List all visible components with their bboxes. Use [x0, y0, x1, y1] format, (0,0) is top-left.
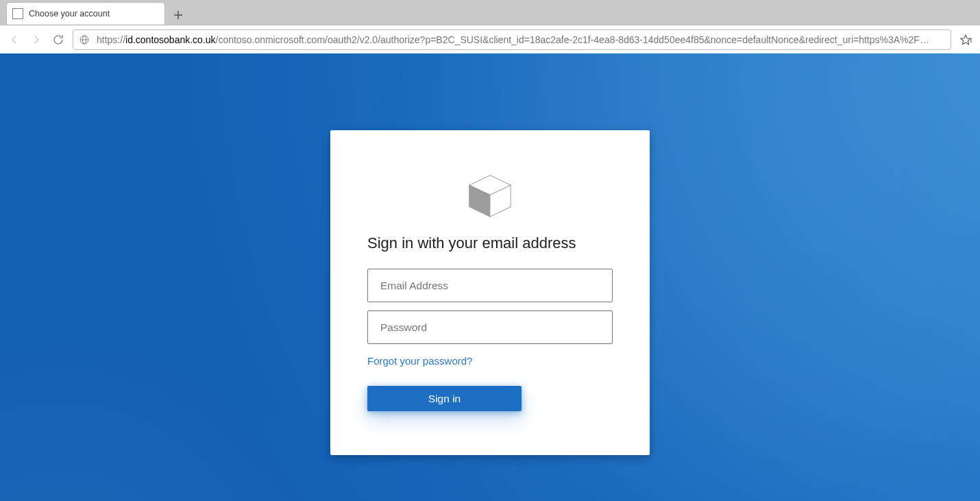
url-host: id.contosobank.co.uk — [125, 34, 216, 45]
url-scheme: https:// — [97, 34, 125, 45]
address-bar[interactable]: https://id.contosobank.co.uk/contoso.onm… — [73, 29, 951, 50]
card-body: Sign in with your email address Forgot y… — [330, 234, 650, 411]
cube-icon — [465, 171, 515, 221]
svg-line-0 — [150, 11, 156, 17]
tab-title: Choose your account — [29, 9, 110, 19]
tab-close-icon[interactable] — [148, 9, 158, 19]
logo — [330, 130, 650, 234]
site-info-icon[interactable] — [79, 34, 90, 45]
signin-heading: Sign in with your email address — [367, 234, 613, 252]
nav-back-button[interactable] — [7, 32, 22, 47]
signin-button[interactable]: Sign in — [367, 386, 522, 411]
tab-bar: Choose your account — [0, 0, 980, 25]
password-field[interactable] — [367, 310, 613, 344]
nav-forward-button[interactable] — [29, 32, 44, 47]
tab-active[interactable]: Choose your account — [7, 3, 164, 25]
email-field[interactable] — [367, 269, 613, 302]
svg-line-1 — [150, 11, 156, 17]
page-icon — [12, 8, 23, 19]
url-text: https://id.contosobank.co.uk/contoso.onm… — [97, 34, 945, 45]
toolbar: https://id.contosobank.co.uk/contoso.onm… — [0, 25, 980, 53]
svg-marker-7 — [961, 35, 970, 44]
new-tab-button[interactable] — [169, 5, 188, 25]
forgot-password-link[interactable]: Forgot your password? — [367, 355, 472, 367]
reload-button[interactable] — [51, 32, 66, 47]
favorites-button[interactable] — [958, 32, 973, 47]
url-path: /contoso.onmicrosoft.com/oauth2/v2.0/aut… — [216, 34, 929, 45]
page-content: Sign in with your email address Forgot y… — [0, 53, 980, 501]
browser-chrome: Choose your account https://id.contosoba… — [0, 0, 980, 53]
signin-card: Sign in with your email address Forgot y… — [330, 130, 650, 455]
